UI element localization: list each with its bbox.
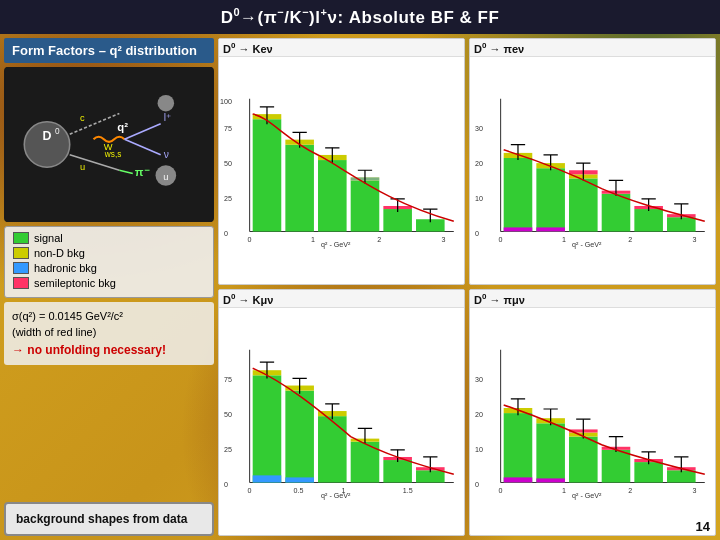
- svg-text:c: c: [80, 112, 85, 122]
- chart-piev-label: D0 → πeν: [470, 39, 715, 58]
- svg-rect-121: [253, 476, 282, 483]
- svg-text:2: 2: [628, 236, 632, 244]
- chart-kev-label: D0 → Keν: [219, 39, 464, 58]
- semileptonic-bkg-label: semileptonic bkg: [34, 277, 116, 289]
- chart-kmunu-label: D0 → Kμν: [219, 290, 464, 309]
- svg-text:25: 25: [224, 446, 232, 454]
- svg-rect-34: [253, 120, 282, 232]
- title-text: D0→(π−/K−)l+ν: Absolute BF & FF: [221, 8, 500, 27]
- svg-rect-147: [504, 414, 533, 483]
- svg-text:1.5: 1.5: [403, 487, 413, 495]
- svg-text:u: u: [163, 171, 168, 181]
- chart-kmunu-area: 0 25 50 75 q² - GeV² 0 0.5 1 1.5: [219, 308, 464, 535]
- svg-text:π⁻: π⁻: [135, 165, 150, 177]
- svg-text:1: 1: [311, 236, 315, 244]
- svg-text:0: 0: [475, 481, 479, 489]
- svg-rect-77: [602, 194, 631, 232]
- svg-text:25: 25: [224, 195, 232, 203]
- chart-kev: D0 → Keν 0 25 50 75 100: [218, 38, 465, 285]
- svg-rect-156: [634, 463, 663, 483]
- legend-signal: signal: [13, 232, 205, 244]
- svg-text:q² - GeV²: q² - GeV²: [572, 492, 602, 500]
- svg-rect-36: [285, 145, 314, 232]
- svg-rect-70: [504, 158, 533, 232]
- svg-rect-83: [504, 228, 533, 232]
- sigma-text: σ(q²) = 0.0145 GeV²/c²: [12, 310, 123, 322]
- svg-point-20: [158, 95, 175, 112]
- form-factors-header: Form Factors – q² distribution: [4, 38, 214, 63]
- svg-text:10: 10: [475, 446, 483, 454]
- svg-text:100: 100: [220, 98, 232, 106]
- chart-piev: D0 → πeν 0 10 20 30 q² - GeV² 0 1 2: [469, 38, 716, 285]
- svg-text:0: 0: [224, 230, 228, 238]
- svg-text:0: 0: [248, 236, 252, 244]
- svg-text:10: 10: [475, 195, 483, 203]
- svg-text:75: 75: [224, 377, 232, 385]
- legend-box: signal non-D bkg hadronic bkg semilepton…: [4, 226, 214, 298]
- svg-text:20: 20: [475, 412, 483, 420]
- hadronic-bkg-color-swatch: [13, 262, 29, 274]
- svg-text:30: 30: [475, 377, 483, 385]
- svg-text:ν: ν: [164, 149, 169, 160]
- chart-pimunu-area: 0 10 20 30 q² - GeV² 0 1 2 3: [470, 308, 715, 535]
- svg-text:1: 1: [562, 487, 566, 495]
- signal-color-swatch: [13, 232, 29, 244]
- signal-label: signal: [34, 232, 63, 244]
- svg-text:q² - GeV²: q² - GeV²: [572, 241, 602, 249]
- svg-rect-111: [285, 391, 314, 483]
- svg-text:0: 0: [248, 487, 252, 495]
- svg-text:l⁺: l⁺: [164, 111, 171, 122]
- svg-text:75: 75: [224, 126, 232, 134]
- svg-rect-81: [667, 218, 696, 232]
- svg-text:0: 0: [475, 230, 479, 238]
- svg-text:q² - GeV²: q² - GeV²: [321, 492, 351, 500]
- width-text: (width of red line): [12, 326, 96, 338]
- svg-rect-109: [253, 376, 282, 483]
- svg-rect-79: [634, 209, 663, 231]
- svg-text:3: 3: [693, 236, 697, 244]
- svg-rect-113: [318, 417, 347, 483]
- hadronic-bkg-label: hadronic bkg: [34, 262, 97, 274]
- svg-text:50: 50: [224, 412, 232, 420]
- svg-text:D: D: [43, 129, 52, 143]
- right-panel: D0 → Keν 0 25 50 75 100: [218, 38, 716, 536]
- svg-text:2: 2: [377, 236, 381, 244]
- svg-rect-84: [536, 228, 565, 232]
- non-d-bkg-label: non-D bkg: [34, 247, 85, 259]
- svg-text:2: 2: [628, 487, 632, 495]
- main-container: D0→(π−/K−)l+ν: Absolute BF & FF Form Fac…: [0, 0, 720, 540]
- svg-rect-43: [383, 209, 412, 231]
- svg-text:0: 0: [224, 481, 228, 489]
- left-panel: Form Factors – q² distribution D 0: [4, 38, 214, 536]
- svg-rect-149: [536, 424, 565, 483]
- chart-kev-area: 0 25 50 75 100 q² - GeV² 0 1 2 3: [219, 57, 464, 284]
- legend-semileptonic-bkg: semileptonic bkg: [13, 277, 205, 289]
- svg-rect-122: [285, 478, 314, 483]
- content-area: Form Factors – q² distribution D 0: [0, 34, 720, 540]
- svg-text:1: 1: [342, 487, 346, 495]
- svg-text:0: 0: [499, 236, 503, 244]
- svg-rect-74: [569, 179, 598, 232]
- svg-text:q² - GeV²: q² - GeV²: [321, 241, 351, 249]
- legend-hadronic-bkg: hadronic bkg: [13, 262, 205, 274]
- svg-rect-72: [536, 169, 565, 232]
- svg-rect-38: [318, 160, 347, 231]
- svg-text:q²: q²: [117, 121, 128, 133]
- svg-text:3: 3: [693, 487, 697, 495]
- svg-text:1: 1: [562, 236, 566, 244]
- no-unfolding-text: → no unfolding necessary!: [12, 341, 166, 359]
- chart-kmunu: D0 → Kμν 0 25 50 75 q² - GeV² 0 0.5: [218, 289, 465, 536]
- page-number: 14: [696, 519, 710, 534]
- svg-text:0: 0: [55, 127, 60, 136]
- legend-non-d-bkg: non-D bkg: [13, 247, 205, 259]
- svg-rect-154: [602, 450, 631, 483]
- bg-shapes-label: background shapes from data: [16, 512, 187, 526]
- title-bar: D0→(π−/K−)l+ν: Absolute BF & FF: [0, 0, 720, 34]
- chart-pimunu-label: D0 → πμν: [470, 290, 715, 309]
- svg-text:u: u: [80, 162, 85, 172]
- bg-shapes-box: background shapes from data: [4, 502, 214, 536]
- svg-text:ws,s: ws,s: [104, 150, 122, 159]
- sigma-box: σ(q²) = 0.0145 GeV²/c² (width of red lin…: [4, 302, 214, 365]
- feynman-diagram: D 0 c u W ws,s π⁻: [4, 67, 214, 222]
- non-d-bkg-color-swatch: [13, 247, 29, 259]
